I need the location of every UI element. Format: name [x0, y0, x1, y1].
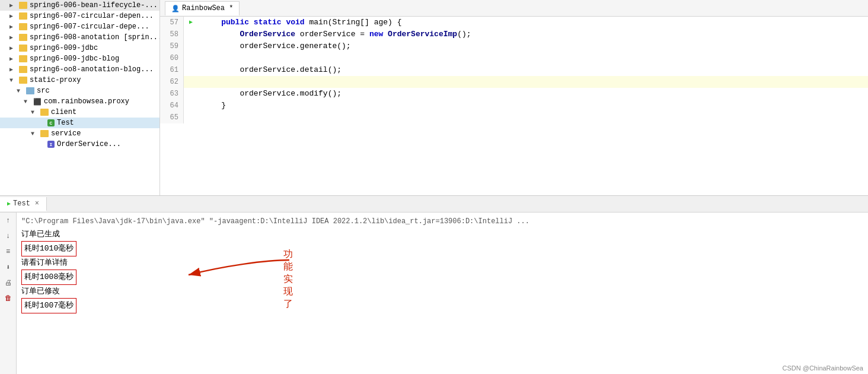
scroll-up-button[interactable]: ↑	[2, 215, 14, 227]
bottom-content: ↑ ↓ ≡ ⬇ 🖨 🗑 "C:\Program Files\Java\jdk-1…	[0, 213, 868, 374]
folder-icon	[19, 12, 27, 20]
sidebar-item-spring6-oo8[interactable]: ▶ spring6-oo8-anotation-blog...	[0, 64, 159, 75]
run-controls: ↑ ↓ ≡ ⬇ 🖨 🗑	[0, 213, 17, 374]
folder-icon	[19, 77, 27, 84]
chevron-right-icon: ▶	[9, 34, 17, 41]
line-gutter	[184, 100, 198, 112]
sidebar-item-static-proxy[interactable]: ▼ static-proxy	[0, 75, 159, 85]
output-area: "C:\Program Files\Java\jdk-17\bin\java.e…	[17, 213, 868, 374]
output-line-cmd: "C:\Program Files\Java\jdk-17\bin\java.e…	[21, 215, 863, 228]
folder-icon	[19, 55, 27, 62]
watermark: CSDN @ChinaRainbowSea	[782, 365, 863, 372]
src-folder-icon	[26, 87, 34, 94]
line-number: 64	[160, 100, 184, 112]
code-line-65: 65	[160, 112, 868, 123]
run-tab[interactable]: ▶ Test ×	[0, 197, 47, 211]
package-icon: ⬛	[33, 98, 42, 106]
line-gutter	[184, 28, 198, 40]
editor-tab-test[interactable]: 👤 RainbowSea *	[165, 1, 240, 15]
chevron-right-icon: ▶	[9, 23, 17, 30]
sidebar-item-label: spring6-006-bean-lifecycle-...	[30, 1, 158, 9]
chevron-down-icon: ▼	[24, 99, 31, 105]
sidebar-item-client[interactable]: ▼ client	[0, 107, 159, 118]
sidebar-item-spring6-008[interactable]: ▶ spring6-008-anotation [sprin...	[0, 32, 159, 43]
code-text: OrderService orderService = new OrderSer…	[198, 28, 471, 40]
print-button[interactable]: 🖨	[2, 277, 14, 289]
code-line-59: 59 orderService.generate();	[160, 40, 868, 52]
sidebar-item-spring6-007a[interactable]: ▶ spring6-007-circular-depen...	[0, 11, 159, 21]
folder-icon	[40, 130, 49, 137]
run-tab-label: Test	[13, 199, 30, 208]
sidebar-item-label: spring6-007-circular-depen...	[30, 12, 154, 20]
editor-panel: 👤 RainbowSea * 57 ▶ public static void m…	[160, 0, 868, 195]
output-line-2: 耗时1010毫秒	[21, 241, 863, 256]
sidebar-item-label: spring6-oo8-anotation-blog...	[30, 65, 154, 74]
tab-label: RainbowSea *	[182, 4, 233, 12]
editor-tab-bar: 👤 RainbowSea *	[160, 0, 868, 17]
run-tab-close[interactable]: ×	[35, 199, 39, 208]
run-gutter[interactable]: ▶	[184, 17, 198, 28]
line-number: 62	[160, 76, 184, 88]
output-line-3: 请看订单详情	[21, 256, 863, 270]
output-line-5: 订单已修改	[21, 285, 863, 298]
sidebar-item-label: spring6-008-anotation [sprin...	[30, 33, 160, 42]
code-line-62: 62	[160, 76, 868, 88]
sidebar-item-spring6-006[interactable]: ▶ spring6-006-bean-lifecycle-...	[0, 0, 159, 11]
folder-icon	[19, 66, 27, 73]
line-number: 58	[160, 28, 184, 40]
sidebar-item-label: OrderService...	[57, 140, 121, 148]
code-line-63: 63 orderService.modify();	[160, 88, 868, 100]
folder-icon	[19, 34, 27, 41]
line-number: 59	[160, 40, 184, 52]
sidebar-item-spring6-009[interactable]: ▶ spring6-009-jdbc	[0, 43, 159, 53]
sidebar-item-service[interactable]: ▼ service	[0, 128, 159, 139]
line-gutter	[184, 112, 198, 123]
code-text: }	[198, 100, 226, 112]
folder-icon	[40, 109, 49, 116]
line-number: 61	[160, 64, 184, 76]
user-icon: 👤	[171, 5, 180, 12]
code-text: orderService.modify();	[198, 88, 342, 100]
sidebar-item-src[interactable]: ▼ src	[0, 85, 159, 96]
sidebar-item-label: spring6-007-circular-depe...	[30, 23, 149, 31]
sidebar-item-spring6-009-blog[interactable]: ▶ spring6-009-jdbc-blog	[0, 53, 159, 64]
sidebar-item-label: static-proxy	[30, 76, 81, 84]
line-gutter	[184, 52, 198, 64]
delete-button[interactable]: 🗑	[2, 292, 14, 304]
output-line-1: 订单已生成	[21, 228, 863, 241]
chevron-down-icon: ▼	[31, 109, 38, 116]
folder-icon	[19, 23, 27, 30]
code-text	[198, 112, 208, 123]
code-text	[198, 76, 208, 88]
line-gutter	[184, 88, 198, 100]
folder-icon	[19, 45, 27, 52]
code-line-57: 57 ▶ public static void main(String[] ag…	[160, 17, 868, 28]
sidebar-item-label: Test	[57, 119, 74, 127]
sidebar-item-label: spring6-009-jdbc-blog	[30, 55, 119, 63]
sidebar-item-label: spring6-009-jdbc	[30, 44, 98, 52]
interface-icon: I	[47, 141, 55, 148]
line-number: 57	[160, 17, 184, 28]
scroll-down-button[interactable]: ↓	[2, 230, 14, 242]
folder-icon	[19, 2, 27, 9]
code-text: public static void main(String[] age) {	[198, 17, 402, 28]
download-button[interactable]: ⬇	[2, 261, 14, 273]
sidebar-item-label: service	[51, 129, 81, 138]
output-line-6: 耗时1007毫秒	[21, 298, 863, 313]
bottom-panel: ▶ Test × ↑ ↓ ≡ ⬇ 🖨 🗑 "C:\Program Files\J…	[0, 196, 868, 374]
sidebar-item-package[interactable]: ▼ ⬛ com.rainbowsea.proxy	[0, 96, 159, 107]
line-gutter	[184, 64, 198, 76]
sidebar-item-spring6-007b[interactable]: ▶ spring6-007-circular-depe...	[0, 21, 159, 32]
output-line-4: 耗时1008毫秒	[21, 270, 863, 285]
code-line-60: 60	[160, 52, 868, 64]
run-icon[interactable]: ▶	[189, 17, 193, 28]
timing-box-2: 耗时1008毫秒	[21, 270, 76, 285]
align-button[interactable]: ≡	[2, 246, 14, 258]
line-gutter	[184, 40, 198, 52]
line-number: 65	[160, 112, 184, 123]
sidebar-item-test[interactable]: C Test	[0, 118, 159, 128]
sidebar-item-label: com.rainbowsea.proxy	[44, 97, 129, 106]
sidebar-item-label: client	[51, 108, 76, 116]
sidebar-item-orderservice[interactable]: I OrderService...	[0, 139, 159, 150]
chevron-right-icon: ▶	[9, 66, 17, 73]
